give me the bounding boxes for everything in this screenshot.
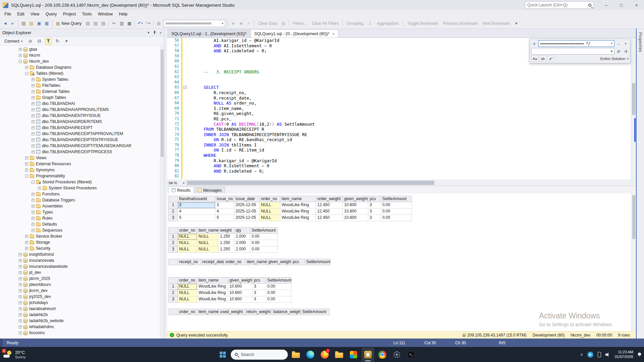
refresh-icon[interactable]: ↻: [54, 38, 61, 45]
column-header-qty[interactable]: qty: [234, 227, 250, 234]
expand-icon[interactable]: +: [32, 150, 35, 154]
cell[interactable]: 2025-12-05: [234, 215, 260, 221]
row-number[interactable]: 2: [168, 290, 178, 296]
cell[interactable]: NULL: [178, 240, 197, 246]
column-header-bandhaiissueid[interactable]: BandhaiIssueId: [178, 196, 215, 202]
cell[interactable]: 0.00: [266, 296, 291, 303]
cell[interactable]: NULL: [197, 240, 219, 246]
column-header-item-name[interactable]: item_name: [197, 277, 228, 284]
cell[interactable]: WoodLike Ring: [197, 284, 228, 290]
tree-item-system-tables[interactable]: +System Tables: [0, 76, 160, 82]
expand-icon[interactable]: +: [25, 169, 28, 172]
cell[interactable]: NULL: [197, 234, 219, 240]
tree-item-laarabsalresort[interactable]: +laarabsalresort: [0, 306, 160, 312]
code-text[interactable]: R.karigar_id = @KarigarId: [188, 158, 277, 164]
code-editor[interactable]: 56 AI.karigar_id = @KarigarId57 AND AI.I…: [167, 38, 636, 180]
expand-icon[interactable]: +: [25, 157, 28, 160]
nav-forward-icon[interactable]: ►: [9, 19, 17, 27]
row-number[interactable]: 3: [168, 296, 178, 303]
tree-item-jtcholidays[interactable]: +jtcholidays: [0, 300, 160, 306]
cell[interactable]: 1.250: [219, 234, 234, 240]
expand-icon[interactable]: +: [32, 78, 35, 81]
expand-icon[interactable]: +: [32, 120, 35, 123]
cell[interactable]: 2.000: [234, 246, 250, 253]
code-text[interactable]: AI.karigar_id = @KarigarId: [188, 38, 279, 43]
expand-icon[interactable]: +: [32, 211, 35, 214]
tree-item-dbo-tblbandhaireceiptentryissue[interactable]: +dbo.TBLBANDHAIRECEIPTENTRYISSUE: [0, 137, 160, 143]
tree-item-ladakhb2b-website[interactable]: +ladakhb2b_website: [0, 318, 160, 324]
cell[interactable]: 2025-12-05: [234, 202, 260, 208]
expand-icon[interactable]: +: [32, 217, 35, 220]
zoom-selector[interactable]: 94 % ▾: [167, 180, 186, 186]
toolbar-options-icon[interactable]: ▾: [513, 19, 520, 27]
code-text[interactable]: -- 3. RECEIPT ORDERS: [188, 69, 259, 75]
row-number[interactable]: 3: [168, 215, 178, 221]
tree-item-jd-dev[interactable]: +jd_dev: [0, 269, 160, 276]
object-explorer-scrollbar[interactable]: [160, 46, 164, 339]
match-case-toggle[interactable]: Aa: [531, 56, 538, 62]
cell[interactable]: 4: [215, 208, 234, 215]
menu-help[interactable]: Help: [116, 11, 130, 17]
expand-icon[interactable]: +: [19, 265, 22, 268]
quick-launch-box[interactable]: [525, 1, 594, 9]
cell[interactable]: 4: [178, 208, 215, 215]
column-header-balance-weight[interactable]: balance_weight: [272, 309, 301, 315]
cell[interactable]: 3: [253, 296, 266, 303]
cell[interactable]: 10.600: [228, 296, 253, 303]
collapse-all-icon[interactable]: ⊟: [36, 38, 43, 45]
tree-item-hkcrm[interactable]: +hkcrm: [0, 52, 160, 58]
cell[interactable]: 3: [368, 202, 381, 208]
cell[interactable]: WoodLike Ring: [197, 296, 228, 303]
expand-icon[interactable]: +: [32, 193, 35, 196]
collapse-icon[interactable]: -: [32, 181, 35, 184]
tree-item-hkcrm-dev[interactable]: -hkcrm_dev: [0, 58, 160, 64]
menu-file[interactable]: File: [1, 11, 14, 17]
tree-item-dbo-tblbandhaireceipt[interactable]: +dbo.TBLBANDHAIRECEIPT: [0, 125, 160, 131]
tree-item-stored-procedures-filtered[interactable]: -Stored Procedures (filtered): [0, 179, 160, 185]
cell[interactable]: NULL: [197, 246, 219, 253]
menu-project[interactable]: Project: [60, 11, 79, 17]
cell[interactable]: 10.600: [228, 284, 253, 290]
new-query-button[interactable]: ▤New Query: [54, 19, 84, 27]
tab-results[interactable]: Results: [168, 187, 194, 193]
tree-item-sequences[interactable]: +Sequences: [0, 227, 160, 233]
tree-item-assemblies[interactable]: +Assemblies: [0, 203, 160, 209]
code-text[interactable]: WHERE: [188, 153, 216, 158]
match-word-toggle[interactable]: ab: [539, 56, 546, 62]
tree-item-linconinc[interactable]: +linconinc: [0, 330, 160, 336]
expand-icon[interactable]: +: [38, 187, 41, 190]
grid-corner[interactable]: [168, 227, 178, 234]
expand-icon[interactable]: +: [32, 102, 35, 105]
cell[interactable]: 0.00: [381, 208, 412, 215]
expand-icon[interactable]: +: [32, 138, 35, 141]
column-header-item-name[interactable]: item_name: [197, 227, 219, 234]
tree-item-types[interactable]: +Types: [0, 209, 160, 215]
column-header-given-weight[interactable]: given_weight: [228, 277, 253, 284]
tree-item-filetables[interactable]: +FileTables: [0, 82, 160, 88]
connect-button[interactable]: Connect ▾: [2, 38, 24, 44]
save-all-icon[interactable]: ▦: [43, 19, 51, 27]
cell[interactable]: NULL: [260, 202, 280, 208]
expand-icon[interactable]: +: [19, 54, 22, 57]
column-header-item-name[interactable]: item_name: [197, 309, 219, 315]
column-header-order-no[interactable]: order_no: [260, 196, 280, 202]
cell[interactable]: 5: [215, 215, 234, 221]
expand-icon[interactable]: +: [32, 223, 35, 226]
tab-sqlquery12-sql[interactable]: SQLQuery12.sql - 2...(Development (53))*: [168, 29, 250, 38]
find-close-icon[interactable]: ×: [623, 41, 629, 47]
replace-history-icon[interactable]: ▾: [609, 49, 614, 54]
tree-item-defaults[interactable]: +Defaults: [0, 221, 160, 227]
column-header-pcs[interactable]: pcs: [291, 259, 305, 265]
expand-icon[interactable]: +: [19, 307, 22, 310]
expand-icon[interactable]: +: [19, 283, 22, 286]
tree-item-programmability[interactable]: -Programmability: [0, 173, 160, 179]
tree-item-dbo-tblbandhaientryissue[interactable]: +dbo.TBLBANDHAIENTRYISSUE: [0, 113, 160, 119]
tab-messages[interactable]: Messages: [195, 187, 225, 193]
column-header-settleamount[interactable]: SettleAmount: [250, 227, 278, 234]
scrollbar-thumb[interactable]: [632, 195, 635, 239]
expand-icon[interactable]: +: [19, 325, 22, 328]
column-header-used-weight[interactable]: used_weight: [219, 309, 245, 315]
editor-horizontal-scrollbar[interactable]: [186, 180, 636, 186]
nav-backward-icon[interactable]: ◄: [1, 19, 9, 27]
column-header-item-name[interactable]: item_name: [280, 196, 316, 202]
